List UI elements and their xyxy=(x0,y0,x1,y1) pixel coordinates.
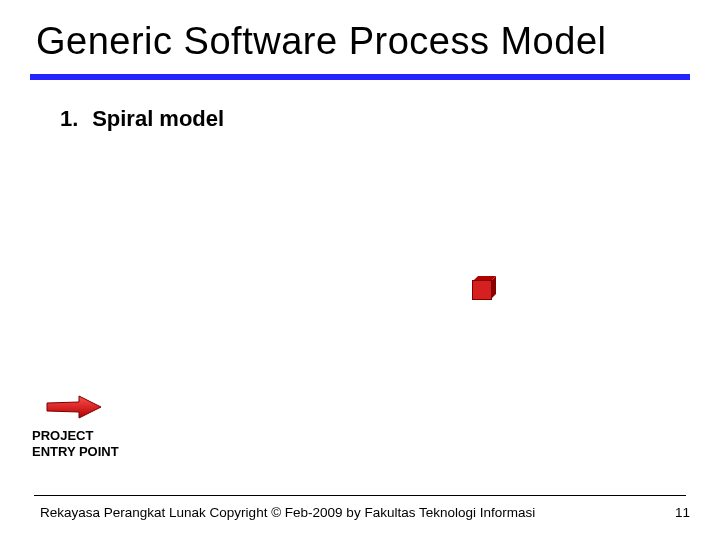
svg-marker-0 xyxy=(47,396,101,418)
list-item-number: 1. xyxy=(60,106,86,132)
slide: Generic Software Process Model 1. Spiral… xyxy=(0,0,720,540)
title-underline xyxy=(30,74,690,80)
list-item: 1. Spiral model xyxy=(60,106,224,132)
cube-marker-icon xyxy=(472,280,490,298)
footer-text: Rekayasa Perangkat Lunak Copyright © Feb… xyxy=(40,505,535,520)
page-number: 11 xyxy=(675,505,690,520)
arrow-right-icon xyxy=(45,393,103,421)
numbered-list: 1. Spiral model xyxy=(60,106,224,132)
list-item-text: Spiral model xyxy=(92,106,224,131)
slide-title: Generic Software Process Model xyxy=(36,20,606,63)
entry-point-label: PROJECT ENTRY POINT xyxy=(32,428,119,461)
footer-divider xyxy=(34,495,686,496)
